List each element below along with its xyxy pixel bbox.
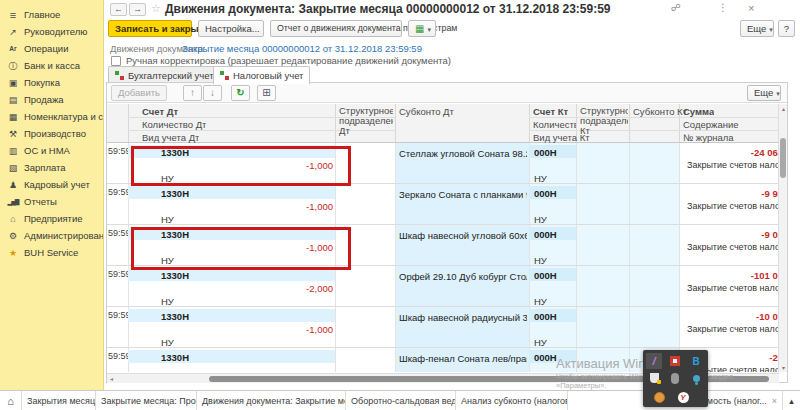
scroll-left-icon[interactable]: ◂ — [110, 375, 113, 382]
sidebar-item-salary[interactable]: ▧Зарплата — [6, 159, 103, 176]
table-row[interactable]: 59:59 1330Н -2,000 НУ Орфей 29.10 Дуб ко… — [107, 266, 779, 307]
manual-adjustment-label: Ручная корректировка (разрешает редактир… — [126, 55, 451, 66]
yandex-browser-icon[interactable]: Y — [675, 389, 691, 405]
col-sum[interactable]: Сумма — [683, 106, 714, 117]
close-icon[interactable]: × — [748, 2, 754, 14]
col-content[interactable]: Содержание — [683, 119, 739, 130]
credit-accounting-type: НУ — [534, 337, 547, 348]
settings-button[interactable]: Настройка... — [198, 20, 264, 37]
bar-chart-icon: ▂▅▇ — [6, 197, 20, 207]
report-movements-button[interactable]: Отчет о движениях документа по регистрам — [270, 20, 402, 37]
grid-toolbar: Добавить ↑ ↓ ↻ ⊞ Еще▾ — [107, 83, 787, 103]
col-credit-account[interactable]: Счет Кт — [533, 106, 568, 117]
tab-tax[interactable]: Налоговый учет — [213, 66, 310, 84]
grid-more-button[interactable]: Еще▾ — [747, 85, 781, 101]
kebab-menu-icon[interactable]: ⋮ — [718, 2, 728, 13]
sidebar-item-sales[interactable]: ▤Продажа — [6, 91, 103, 108]
row-content: Закрытие счетов налогового — [687, 324, 779, 334]
col-credit-qty[interactable]: Количеств... — [533, 119, 576, 130]
row-time: 59:59 — [108, 351, 128, 361]
col-journal[interactable]: № журнала — [683, 132, 734, 143]
sidebar-item-main[interactable]: ≡Главное — [6, 6, 103, 23]
home-tab[interactable]: ⌂ — [0, 391, 22, 410]
dtkt-icon — [220, 71, 229, 80]
movements-grid-panel: Добавить ↑ ↓ ↻ ⊞ Еще▾ Счет Дт Количество… — [106, 82, 788, 383]
coin-app-icon[interactable] — [651, 389, 667, 405]
col-debit-type[interactable]: Вид учета Дт — [142, 132, 199, 143]
col-credit-unit[interactable]: Структурное подразделени Кт — [580, 106, 628, 136]
bluetooth-icon[interactable]: B — [688, 353, 704, 369]
col-debit-account[interactable]: Счет Дт — [142, 106, 178, 117]
taskbar-tab-closing-posted[interactable]: Закрытие месяца: Проведен× — [96, 391, 197, 410]
taskbar-tab-closings[interactable]: Закрытия месяца× — [22, 391, 96, 410]
mouse-settings-icon[interactable] — [667, 370, 683, 386]
scroll-down-icon[interactable]: ▾ — [779, 364, 788, 371]
sidebar-item-administration[interactable]: ⚙Администрирование — [6, 227, 103, 244]
favorite-star-icon[interactable]: ☆ — [151, 2, 161, 15]
page-title: Движения документа: Закрытие месяца 0000… — [165, 2, 611, 16]
table-row[interactable]: 59:59 1330Н -1,000 НУ Зеркало Соната с п… — [107, 184, 779, 225]
taskbar-tab-movements[interactable]: Движения документа: Закрытие месяца ...× — [197, 391, 346, 410]
col-debit-unit[interactable]: Структурное подразделение Дт — [339, 106, 393, 136]
manual-adjustment-checkbox[interactable] — [111, 56, 121, 66]
security-shield-icon[interactable] — [646, 370, 662, 386]
refresh-button[interactable]: ↻ — [231, 85, 250, 101]
report-variants-button[interactable]: ▦▾ — [408, 20, 436, 37]
sidebar-item-label: ОС и НМА — [24, 145, 70, 156]
debit-subconto: Орфей 29.10 Дуб кобург Стол обеденн... — [399, 271, 527, 282]
sidebar-item-buh-service[interactable]: ★BUH Service — [6, 244, 103, 261]
sidebar-item-bank[interactable]: ⓘБанк и касса — [6, 57, 103, 74]
table-row[interactable]: 59:59 1330Н -1,000 НУ Шкаф навесной ради… — [107, 307, 779, 348]
col-debit-qty[interactable]: Количество Дт — [142, 119, 206, 130]
sidebar-item-enterprise[interactable]: ⌂Предприятие — [6, 210, 103, 227]
move-up-button[interactable]: ↑ — [183, 85, 202, 101]
truck-icon: ▥ — [6, 146, 20, 156]
vertical-scrollbar[interactable]: ▴ ▾ — [778, 104, 787, 372]
sidebar-item-purchase[interactable]: ▣Покупка — [6, 74, 103, 91]
debit-account: 1330Н — [161, 352, 189, 363]
taskbar-tab-balance-sheet[interactable]: Оборотно-сальдовая ведомость за 201...× — [346, 391, 456, 410]
sidebar-item-label: Кадровый учет — [24, 179, 90, 190]
tab-accounting[interactable]: Бухгалтерский учет — [108, 66, 221, 83]
sidebar-item-operations[interactable]: АгОперации — [6, 40, 103, 57]
close-icon[interactable]: × — [772, 396, 777, 406]
sidebar-item-hr[interactable]: ♟Кадровый учет — [6, 176, 103, 193]
home-icon: ⌂ — [7, 395, 14, 407]
sidebar-item-reports[interactable]: ▂▅▇Отчеты — [6, 193, 103, 210]
menu-icon: ≡ — [6, 10, 20, 20]
chevron-down-icon: ▾ — [769, 26, 773, 33]
back-button[interactable]: ← — [110, 3, 127, 16]
taskbar-scroll-up-button[interactable]: ▴ — [783, 391, 800, 410]
more-button[interactable]: Еще▾ — [740, 20, 774, 37]
link-icon[interactable]: ☍ — [671, 2, 681, 13]
pin-icon[interactable] — [688, 370, 704, 386]
sidebar-item-production[interactable]: ⚒Производство — [6, 125, 103, 142]
sidebar-item-label: Производство — [24, 128, 86, 139]
scroll-up-icon[interactable]: ▴ — [779, 105, 788, 112]
recorder-icon[interactable] — [667, 353, 683, 369]
save-and-close-button[interactable]: Записать и закрыть — [108, 20, 192, 37]
vertical-scroll-thumb[interactable] — [780, 138, 786, 178]
col-credit-subconto[interactable]: Субконто Кт — [633, 106, 687, 117]
sidebar-item-nomenclature[interactable]: ▦Номенклатура и склад — [6, 108, 103, 125]
debit-subconto: Шкаф навесной радиусный 32н72 — [399, 312, 527, 323]
add-row-button[interactable]: Добавить — [111, 85, 167, 101]
payroll-icon: ▧ — [6, 163, 20, 173]
row-content: Закрытие счетов налогового — [687, 201, 779, 211]
sidebar-item-label: Покупка — [24, 77, 60, 88]
tab-label: Бухгалтерский учет — [128, 70, 214, 81]
debit-account-highlight — [128, 309, 335, 322]
taskbar-tab-subconto-analysis[interactable]: Анализ субконто (налоговый учет) за 20..… — [456, 391, 568, 410]
forward-button[interactable]: → — [129, 3, 146, 16]
sidebar-item-fixed-assets[interactable]: ▥ОС и НМА — [6, 142, 103, 159]
sidebar-item-manager[interactable]: ↗Руководителю — [6, 23, 103, 40]
sidebar-item-label: Операции — [24, 43, 68, 54]
output-list-button[interactable]: ⊞ — [257, 85, 276, 101]
document-link[interactable]: Закрытие месяца 00000000012 от 31.12.201… — [182, 43, 422, 54]
credit-accounting-type: НУ — [534, 173, 547, 184]
feather-app-icon[interactable]: / — [646, 353, 662, 369]
move-down-button[interactable]: ↓ — [203, 85, 222, 101]
app-window: ≡Главное ↗Руководителю АгОперации ⓘБанк … — [0, 0, 800, 410]
col-debit-subconto[interactable]: Субконто Дт — [399, 106, 454, 117]
help-button[interactable]: ? — [778, 20, 795, 37]
